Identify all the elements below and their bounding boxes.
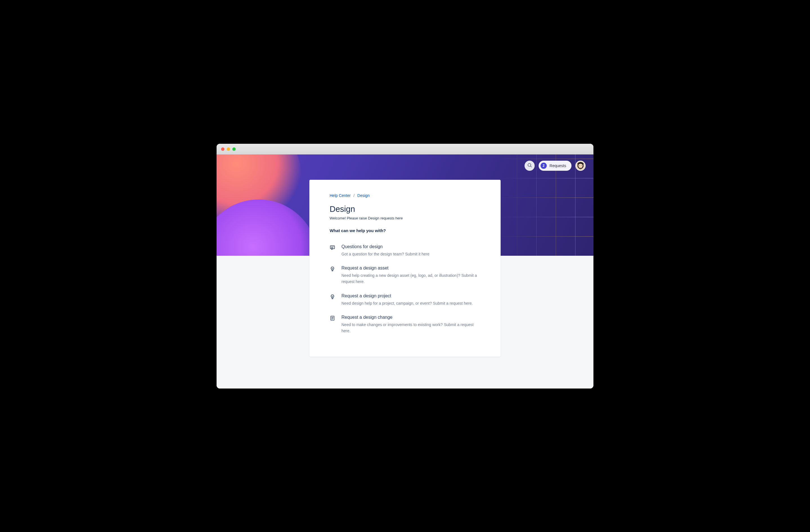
search-button[interactable] [524, 161, 535, 171]
request-item-project[interactable]: Request a design project Need design hel… [330, 293, 480, 306]
svg-rect-6 [330, 246, 335, 249]
breadcrumb-separator: / [354, 193, 355, 198]
request-list: Questions for design Got a question for … [330, 244, 480, 334]
breadcrumb-link-design[interactable]: Design [357, 193, 370, 198]
window-minimize-button[interactable] [227, 147, 230, 151]
search-icon [527, 163, 532, 169]
requests-label: Requests [550, 163, 566, 168]
help-prompt: What can we help you with? [330, 228, 480, 233]
request-item-change[interactable]: Request a design change Need to make cha… [330, 315, 480, 334]
app-window: 2 Requests Help Center / Design [216, 144, 594, 388]
svg-line-1 [531, 166, 532, 167]
breadcrumb-link-help-center[interactable]: Help Center [330, 193, 351, 198]
titlebar [216, 144, 594, 155]
request-title: Request a design change [341, 315, 480, 320]
request-title: Request a design project [341, 293, 480, 299]
request-title: Request a design asset [341, 265, 480, 271]
avatar[interactable] [576, 161, 586, 171]
lightbulb-icon [330, 266, 336, 272]
window-zoom-button[interactable] [232, 147, 236, 151]
request-text: Questions for design Got a question for … [341, 244, 480, 257]
request-text: Request a design asset Need help creatin… [341, 265, 480, 285]
main-card: Help Center / Design Design Welcome! Ple… [309, 180, 501, 357]
request-text: Request a design project Need design hel… [341, 293, 480, 306]
request-desc: Need design help for a project, campaign… [341, 300, 480, 306]
document-icon [330, 316, 336, 321]
request-title: Questions for design [341, 244, 480, 249]
page-title: Design [330, 205, 480, 214]
requests-count-badge: 2 [540, 163, 547, 169]
breadcrumb: Help Center / Design [330, 193, 480, 198]
requests-button[interactable]: 2 Requests [539, 161, 571, 171]
request-desc: Got a question for the design team? Subm… [341, 251, 480, 257]
window-close-button[interactable] [221, 147, 224, 151]
app-body: 2 Requests Help Center / Design [216, 155, 594, 388]
request-text: Request a design change Need to make cha… [341, 315, 480, 334]
request-desc: Need help creating a new design asset (e… [341, 272, 480, 285]
request-desc: Need to make changes or improvements to … [341, 322, 480, 334]
lightbulb-icon [330, 294, 336, 300]
request-item-questions[interactable]: Questions for design Got a question for … [330, 244, 480, 257]
svg-point-5 [581, 165, 582, 166]
welcome-text: Welcome! Please raise Design requests he… [330, 216, 480, 220]
chat-icon [330, 245, 336, 251]
request-item-asset[interactable]: Request a design asset Need help creatin… [330, 265, 480, 285]
topbar: 2 Requests [524, 161, 586, 171]
svg-point-4 [579, 165, 580, 166]
